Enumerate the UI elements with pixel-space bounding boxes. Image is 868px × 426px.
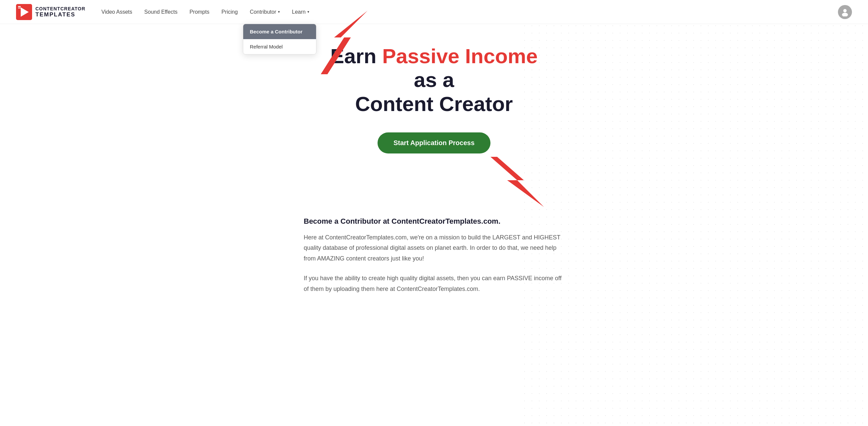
svg-rect-3 bbox=[18, 8, 21, 9]
user-avatar[interactable] bbox=[838, 5, 852, 19]
chevron-down-icon: ▾ bbox=[278, 10, 280, 14]
start-application-button[interactable]: Start Application Process bbox=[377, 133, 491, 153]
svg-point-5 bbox=[842, 13, 848, 17]
logo[interactable]: ContentCreator Templates bbox=[16, 4, 86, 20]
logo-icon bbox=[16, 4, 32, 20]
section-paragraph-1: Here at ContentCreatorTemplates.com, we'… bbox=[304, 232, 564, 264]
user-icon bbox=[841, 8, 849, 17]
section-heading: Become a Contributor at ContentCreatorTe… bbox=[304, 217, 564, 226]
contributor-dropdown-menu: Become a Contributor Referral Model bbox=[243, 24, 316, 55]
nav-learn-dropdown[interactable]: Learn ▾ bbox=[292, 9, 309, 15]
nav-right bbox=[838, 5, 852, 19]
dropdown-referral-model[interactable]: Referral Model bbox=[243, 39, 316, 54]
section-paragraph-2: If you have the ability to create high q… bbox=[304, 273, 564, 294]
red-arrow-cta bbox=[470, 157, 544, 210]
nav-prompts[interactable]: Prompts bbox=[189, 9, 210, 15]
cta-section: Start Application Process bbox=[377, 133, 491, 174]
svg-point-4 bbox=[843, 9, 847, 12]
content-section: Become a Contributor at ContentCreatorTe… bbox=[304, 217, 564, 304]
chevron-down-icon-learn: ▾ bbox=[307, 10, 309, 14]
nav-learn-label: Learn bbox=[292, 9, 306, 15]
nav-pricing[interactable]: Pricing bbox=[221, 9, 238, 15]
svg-marker-7 bbox=[491, 157, 544, 207]
svg-rect-2 bbox=[18, 6, 21, 7]
nav-video-assets[interactable]: Video Assets bbox=[101, 9, 132, 15]
nav-sound-effects[interactable]: Sound Effects bbox=[144, 9, 178, 15]
main-content: Earn Passive Income as a Content Creator… bbox=[0, 24, 868, 324]
nav-contributor-label: Contributor bbox=[250, 9, 276, 15]
hero-title: Earn Passive Income as a Content Creator bbox=[317, 44, 551, 116]
nav-contributor-dropdown[interactable]: Contributor ▾ Become a Contributor Refer… bbox=[250, 9, 280, 15]
nav-links: Video Assets Sound Effects Prompts Prici… bbox=[101, 9, 838, 15]
logo-text: ContentCreator Templates bbox=[35, 6, 86, 18]
dropdown-become-contributor[interactable]: Become a Contributor bbox=[243, 24, 316, 39]
navigation: ContentCreator Templates Video Assets So… bbox=[0, 0, 868, 24]
